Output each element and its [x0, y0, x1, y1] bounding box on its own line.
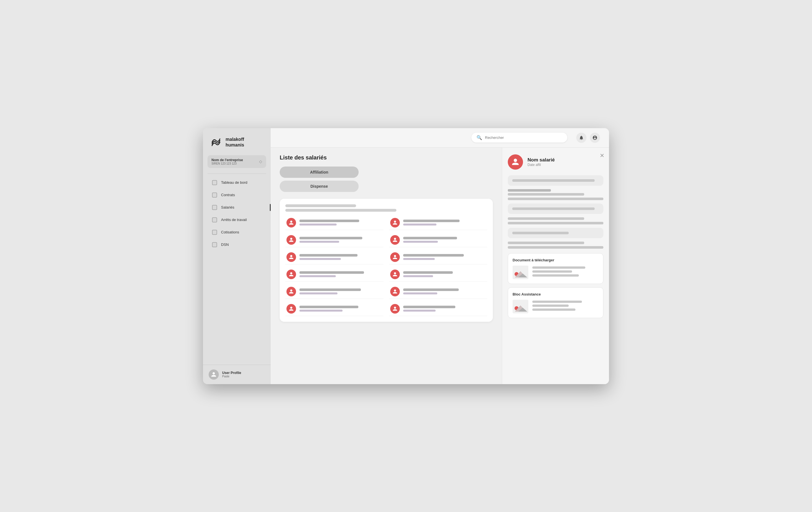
- detail-group-2: [508, 189, 603, 200]
- assistance-card[interactable]: Bloc Assistance: [508, 287, 603, 318]
- document-card[interactable]: Document à télécharger: [508, 253, 603, 284]
- nav-checkbox: [212, 192, 217, 197]
- search-input[interactable]: [485, 135, 562, 140]
- avatar: [209, 370, 219, 380]
- sidebar-item-dsn[interactable]: DSN: [205, 239, 268, 251]
- user-profile[interactable]: User Profile Paste: [203, 365, 271, 384]
- nav-checkbox: [212, 205, 217, 210]
- detail-section-3: [508, 204, 603, 214]
- table-row[interactable]: [285, 267, 383, 282]
- avatar: [390, 287, 400, 296]
- user-info: User Profile Paste: [222, 371, 241, 378]
- sidebar-item-tableau-de-bord[interactable]: Tableau de bord: [205, 177, 268, 189]
- main-content: 🔍 Liste des salariés Affiliation Dispens…: [271, 128, 609, 384]
- table-row[interactable]: [285, 233, 383, 247]
- employee-info: [403, 271, 486, 277]
- company-info: Nom de l'entreprise SIREN 123 123 123: [211, 158, 243, 165]
- table-row[interactable]: [285, 302, 383, 316]
- company-selector[interactable]: Nom de l'entreprise SIREN 123 123 123 ◇: [207, 155, 266, 168]
- table-row[interactable]: [285, 285, 383, 299]
- user-role: Paste: [222, 375, 241, 378]
- sidebar-item-label: Cotisations: [221, 230, 239, 234]
- tab-dispense[interactable]: Dispense: [280, 181, 359, 192]
- employee-info: [403, 289, 486, 294]
- document-card-title: Document à télécharger: [513, 258, 599, 262]
- employee-info: [299, 306, 382, 312]
- document-thumbnail: [513, 266, 528, 279]
- header-bar-1: [285, 204, 356, 207]
- table-row[interactable]: [389, 250, 487, 265]
- nav-divider: [207, 173, 266, 174]
- document-card-body: [513, 266, 599, 279]
- company-name: Nom de l'entreprise: [211, 158, 243, 162]
- brand-logo-icon: [210, 136, 222, 149]
- table-row[interactable]: [285, 216, 383, 230]
- center-panel: Liste des salariés Affiliation Dispense: [271, 147, 502, 384]
- user-name: User Profile: [222, 371, 241, 375]
- company-siren: SIREN 123 123 123: [211, 162, 243, 165]
- notification-button[interactable]: [576, 133, 586, 143]
- employee-detail-header: Nom salarié Date affil: [508, 154, 603, 170]
- employee-info: [403, 237, 486, 243]
- search-bar[interactable]: 🔍: [471, 133, 567, 142]
- assistance-card-title: Bloc Assistance: [513, 292, 599, 296]
- detail-group-6: [508, 242, 603, 249]
- brand-name: malakoff humanis: [226, 137, 264, 147]
- close-button[interactable]: ✕: [600, 152, 605, 159]
- nav-checkbox: [212, 180, 217, 185]
- nav-checkbox: [212, 230, 217, 235]
- sidebar-item-label: Salariés: [221, 205, 234, 210]
- assistance-lines: [532, 301, 599, 313]
- employee-info: [403, 254, 486, 260]
- top-bar-icons: [576, 133, 600, 143]
- tab-buttons: Affiliation Dispense: [280, 166, 359, 192]
- table-row[interactable]: [389, 233, 487, 247]
- app-window: malakoff humanis Nom de l'entreprise SIR…: [203, 128, 609, 384]
- table-row[interactable]: [285, 250, 383, 265]
- avatar: [286, 287, 296, 296]
- document-lines: [532, 266, 599, 278]
- avatar: [390, 270, 400, 279]
- sidebar-item-arrets-de-travail[interactable]: Arrêts de travail: [205, 214, 268, 226]
- sidebar-item-label: DSN: [221, 242, 229, 247]
- table-row[interactable]: [389, 216, 487, 230]
- sidebar-item-cotisations[interactable]: Cotisations: [205, 226, 268, 238]
- chevron-down-icon: ◇: [259, 159, 262, 164]
- right-panel: ✕ Nom salarié Date affil: [502, 147, 609, 384]
- search-icon: 🔍: [476, 135, 482, 140]
- avatar: [390, 218, 400, 227]
- employee-date: Date affil: [527, 163, 555, 167]
- avatar: [286, 218, 296, 227]
- card-header: [285, 204, 487, 212]
- employee-list-card: [280, 199, 493, 322]
- page-body: Liste des salariés Affiliation Dispense: [271, 147, 609, 384]
- avatar: [286, 252, 296, 262]
- table-row[interactable]: [389, 267, 487, 282]
- header-bar-2: [285, 209, 397, 212]
- assistance-thumbnail: [513, 300, 528, 313]
- table-row[interactable]: [389, 302, 487, 316]
- employee-full-name: Nom salarié: [527, 157, 555, 163]
- sidebar-item-contrats[interactable]: Contrats: [205, 189, 268, 201]
- user-menu-button[interactable]: [590, 133, 600, 143]
- sidebar-item-salaries[interactable]: Salariés: [205, 201, 268, 213]
- avatar: [286, 235, 296, 245]
- page-title: Liste des salariés: [280, 154, 493, 161]
- table-row[interactable]: [389, 285, 487, 299]
- employee-grid: [285, 216, 487, 316]
- detail-section-1: [508, 175, 603, 186]
- sidebar-item-label: Tableau de bord: [221, 180, 247, 185]
- logo-area: malakoff humanis: [203, 128, 271, 155]
- assistance-card-body: [513, 300, 599, 313]
- employee-info: [299, 289, 382, 294]
- employee-info: [403, 306, 486, 312]
- avatar: [390, 304, 400, 314]
- employee-info: [403, 220, 486, 225]
- nav-checkbox: [212, 242, 217, 247]
- avatar: [390, 235, 400, 245]
- tab-affiliation[interactable]: Affiliation: [280, 166, 359, 178]
- employee-avatar-large: [508, 154, 523, 170]
- sidebar: malakoff humanis Nom de l'entreprise SIR…: [203, 128, 271, 384]
- employee-info: [299, 271, 382, 277]
- employee-info: [299, 237, 382, 243]
